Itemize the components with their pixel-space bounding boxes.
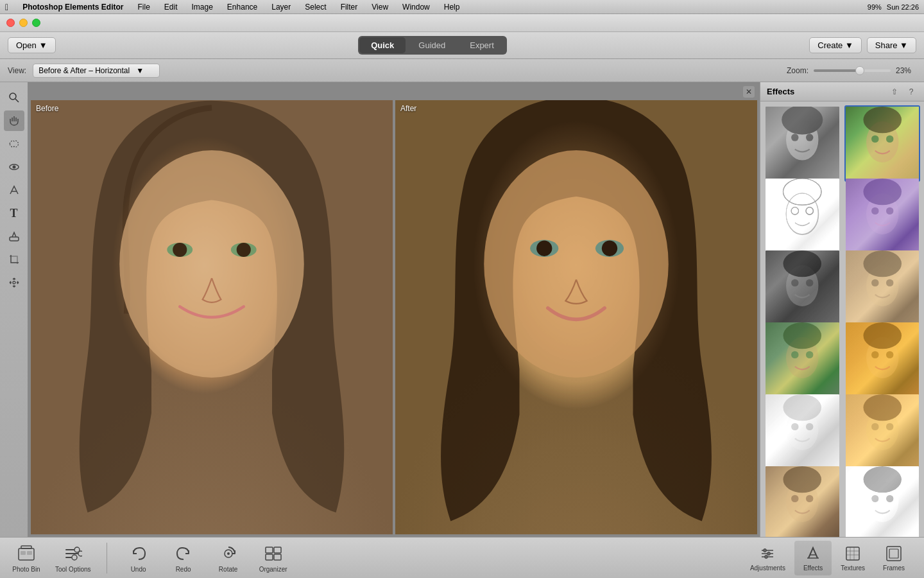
adjustments-icon [758, 545, 776, 563]
svg-point-56 [886, 423, 893, 430]
effects-label: Effects [803, 565, 823, 572]
effect-warm-golden[interactable] [844, 321, 921, 398]
effect-sepia[interactable] [844, 249, 921, 326]
svg-point-12 [484, 150, 669, 378]
svg-rect-70 [65, 553, 78, 554]
effects-title: Effects [767, 87, 884, 96]
svg-rect-77 [266, 547, 273, 553]
svg-point-51 [791, 423, 798, 430]
apple-logo-icon[interactable]:  [5, 2, 8, 12]
effects-panel-icon [804, 545, 822, 563]
titlebar [0, 14, 924, 32]
zoom-label: Zoom: [787, 66, 809, 75]
menu-enhance[interactable]: Enhance [225, 3, 260, 12]
create-button[interactable]: Create ▼ [809, 37, 862, 53]
effect-vintage2[interactable] [764, 465, 841, 537]
svg-rect-68 [27, 551, 32, 555]
clock: Sun 22:26 [887, 3, 919, 11]
svg-rect-69 [65, 549, 74, 550]
effects-help-button[interactable]: ? [905, 85, 918, 98]
whitening-tool-button[interactable] [4, 180, 24, 200]
svg-point-34 [783, 250, 821, 277]
app-title[interactable]: Photoshop Elements Editor [20, 3, 126, 12]
stamp-tool-button[interactable] [4, 226, 24, 247]
effect-color-sketch[interactable] [844, 105, 921, 182]
photo-bin-button[interactable]: Photo Bin [10, 543, 42, 573]
svg-point-74 [72, 555, 77, 560]
tab-expert[interactable]: Expert [458, 37, 506, 53]
close-window-button[interactable] [6, 19, 15, 27]
effect-dark-bw[interactable] [764, 249, 841, 326]
tab-quick[interactable]: Quick [359, 37, 406, 53]
open-button[interactable]: Open ▼ [8, 37, 56, 53]
rotate-button[interactable]: Rotate [212, 543, 244, 573]
menu-view[interactable]: View [369, 3, 391, 12]
svg-rect-66 [21, 546, 31, 548]
viewbar: View: Before & After – Horizontal ▼ Zoom… [0, 59, 924, 82]
canvas-close-button[interactable]: ✕ [743, 86, 755, 98]
menu-help[interactable]: Help [441, 3, 463, 12]
crop-tool-button[interactable] [4, 249, 24, 270]
textures-icon [844, 545, 862, 563]
textures-panel-button[interactable]: Textures [832, 541, 874, 575]
move-tool-button[interactable] [4, 272, 24, 293]
effect-pencil-sketch[interactable] [764, 177, 841, 254]
effects-panel-button[interactable]: Effects [794, 541, 832, 575]
organizer-icon [263, 543, 284, 564]
hand-tool-button[interactable] [4, 110, 24, 131]
effect-golden-hour[interactable] [844, 393, 921, 469]
svg-point-3 [12, 166, 15, 169]
menu-select[interactable]: Select [302, 3, 329, 12]
effect-bw-portrait[interactable] [764, 105, 841, 182]
effect-classic[interactable] [844, 465, 921, 537]
separator-1 [107, 543, 107, 574]
toolbar: Open ▼ Quick Guided Expert Create ▼ Shar… [0, 32, 924, 59]
photo-bin-icon [16, 543, 37, 564]
open-arrow-icon: ▼ [39, 40, 47, 50]
svg-point-35 [791, 279, 798, 286]
adjustments-label: Adjustments [750, 565, 785, 572]
minimize-window-button[interactable] [19, 19, 28, 27]
undo-button[interactable]: Undo [123, 543, 155, 573]
after-label: After [400, 104, 416, 113]
quick-select-tool-button[interactable] [4, 134, 24, 154]
svg-rect-79 [266, 554, 273, 560]
svg-point-0 [10, 93, 16, 100]
bottombar: Photo Bin Tool Options Undo [0, 537, 924, 578]
svg-point-22 [863, 107, 902, 133]
svg-point-38 [863, 250, 902, 277]
redeye-tool-button[interactable] [4, 157, 24, 177]
organizer-button[interactable]: Organizer [257, 543, 289, 573]
right-panel: Effects ⇧ ? [760, 82, 924, 537]
effect-green-nature[interactable] [764, 321, 841, 398]
effects-back-button[interactable]: ⇧ [888, 85, 901, 98]
menu-filter[interactable]: Filter [338, 3, 361, 12]
tab-guided[interactable]: Guided [407, 37, 457, 53]
zoom-tool-button[interactable] [4, 87, 24, 108]
text-tool-button[interactable]: T [4, 203, 24, 223]
tool-options-button[interactable]: Tool Options [55, 543, 91, 573]
effect-light-sketch[interactable] [764, 393, 841, 469]
svg-point-9 [173, 243, 187, 257]
adjustments-panel-button[interactable]: Adjustments [741, 541, 794, 575]
share-button[interactable]: Share ▼ [867, 37, 916, 53]
view-dropdown[interactable]: Before & After – Horizontal ▼ [33, 64, 160, 78]
zoom-section: Zoom: 23% [787, 66, 916, 75]
svg-point-25 [786, 193, 818, 234]
svg-point-59 [791, 495, 798, 502]
canvas-area: ✕ Before [28, 82, 760, 537]
effect-purple-haze[interactable] [844, 177, 921, 254]
zoom-thumb[interactable] [855, 66, 864, 75]
redo-button[interactable]: Redo [167, 543, 200, 573]
menu-window[interactable]: Window [400, 3, 432, 12]
menu-file[interactable]: File [135, 3, 152, 12]
svg-point-23 [871, 136, 878, 143]
menu-edit[interactable]: Edit [162, 3, 180, 12]
svg-point-60 [806, 495, 813, 502]
zoom-slider[interactable] [814, 69, 891, 72]
frames-panel-button[interactable]: Frames [874, 541, 914, 575]
menu-image[interactable]: Image [189, 3, 216, 12]
menu-layer[interactable]: Layer [269, 3, 293, 12]
svg-line-1 [15, 99, 19, 102]
maximize-window-button[interactable] [32, 19, 40, 27]
